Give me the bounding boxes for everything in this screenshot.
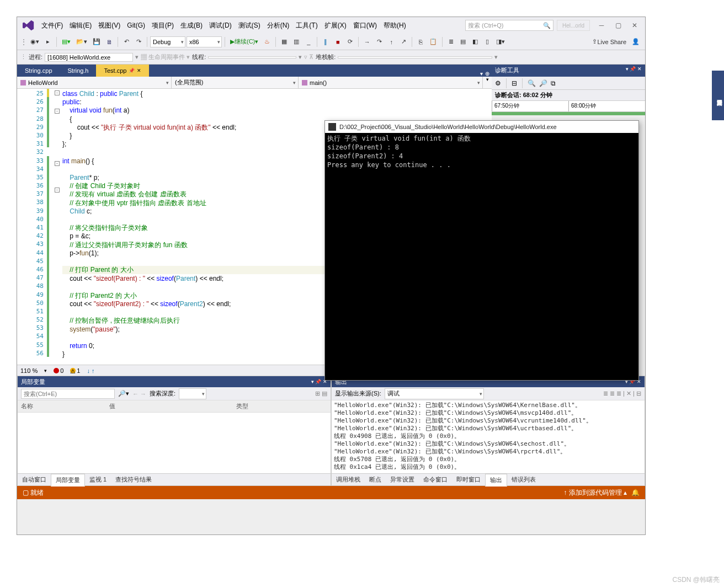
console-title-bar[interactable]: D:\002_Project\006_Visual_Studio\HelloWo… — [325, 121, 638, 133]
tb-btn-7[interactable]: ↗ — [398, 36, 409, 48]
tab-add-icon[interactable]: ⊕ — [485, 71, 489, 77]
panel-tab[interactable]: 断点 — [365, 474, 386, 485]
stackframe-label: 堆栈帧: — [316, 53, 336, 61]
tb-btn-14[interactable]: ◨▾ — [494, 36, 507, 48]
split-button[interactable]: ▾ — [483, 77, 492, 88]
close-button[interactable]: ✕ — [626, 19, 643, 31]
forward-button[interactable]: ▸ — [42, 36, 54, 48]
pin-icon[interactable]: ▾ 📌 ✕ — [626, 66, 642, 75]
gear-icon[interactable]: ⚙ — [495, 79, 501, 87]
zoom-in-icon[interactable]: 🔍 — [528, 79, 536, 87]
locals-search-input[interactable] — [21, 389, 115, 399]
menu-item[interactable]: 测试(S) — [235, 19, 264, 31]
minimize-button[interactable]: ─ — [593, 19, 610, 31]
save-button[interactable]: 💾 — [91, 36, 103, 48]
source-control-button[interactable]: ↑ 添加到源代码管理 ▴ — [563, 488, 627, 498]
menu-item[interactable]: 帮助(H) — [380, 19, 409, 31]
diagnostic-ruler: 67:50分钟 68:00分钟 — [492, 101, 645, 112]
warning-count[interactable]: ⚠1 — [70, 367, 80, 374]
tb-btn-11[interactable]: ▤ — [457, 36, 469, 48]
redo-button[interactable]: ↷ — [133, 36, 144, 48]
panel-tab[interactable]: 异常设置 — [386, 474, 419, 485]
step-over-button[interactable]: ↷ — [374, 36, 385, 48]
depth-combo[interactable] — [179, 388, 206, 399]
tab-dropdown-icon[interactable]: ▾ — [480, 71, 483, 77]
thread-combo[interactable] — [208, 56, 296, 58]
search-icon[interactable]: 🔎▾ — [118, 390, 129, 397]
panel-tab[interactable]: 输出 — [485, 474, 507, 487]
menu-item[interactable]: Git(G) — [124, 19, 148, 31]
menu-item[interactable]: 文件(F) — [38, 19, 66, 31]
vs-logo-icon — [23, 19, 35, 31]
menu-item[interactable]: 编辑(E) — [66, 19, 95, 31]
record-icon[interactable]: ⊟ — [512, 79, 517, 87]
panel-tab[interactable]: 命令窗口 — [419, 474, 452, 485]
hot-reload-button[interactable]: ♨ — [262, 36, 273, 48]
output-source-combo[interactable]: 调试 — [385, 388, 484, 399]
step-out-button[interactable]: ↑ — [386, 36, 397, 48]
tb-btn-2[interactable]: ▥ — [291, 36, 302, 48]
panel-tab[interactable]: 监视 1 — [85, 474, 111, 485]
new-file-button[interactable]: ▤▾ — [60, 36, 73, 48]
maximize-button[interactable]: ▢ — [610, 19, 626, 31]
solution-explorer-collapsed[interactable]: 解决方案资源管理器 — [712, 71, 724, 120]
notifications-icon[interactable]: 🔔 — [631, 489, 640, 496]
continue-button[interactable]: ▶ 继续(C) ▾ — [228, 36, 260, 48]
panel-tab[interactable]: 自动窗口 — [18, 474, 51, 485]
tb-btn-8[interactable]: ⎘ — [415, 36, 426, 48]
tb-btn-12[interactable]: ◧ — [470, 36, 481, 48]
account-button[interactable]: 👤 — [630, 36, 642, 48]
solution-name: Hel...orld — [557, 20, 590, 31]
menu-item[interactable]: 生成(B) — [177, 19, 206, 31]
tb-btn-1[interactable]: ▦ — [279, 36, 290, 48]
zoom-level[interactable]: 110 % — [20, 367, 38, 374]
scope-combo[interactable]: (全局范围) — [172, 77, 299, 88]
panel-tab[interactable]: 即时窗口 — [452, 474, 485, 485]
document-tab[interactable]: Test.cpp 📌 ✕ — [96, 65, 149, 77]
live-share-button[interactable]: ⇪ Live Share — [590, 36, 629, 48]
menu-item[interactable]: 分析(N) — [264, 19, 293, 31]
platform-combo[interactable]: x86 — [187, 36, 222, 47]
menu-item[interactable]: 扩展(X) — [321, 19, 350, 31]
open-button[interactable]: 📂▾ — [74, 36, 89, 48]
panel-tab[interactable]: 查找符号结果 — [111, 474, 156, 485]
function-combo[interactable]: main() — [299, 77, 483, 88]
panel-tab[interactable]: 调用堆栈 — [332, 474, 365, 485]
code-nav-bar: HelloWorld (全局范围) main() ▾ — [17, 77, 492, 89]
stackframe-combo[interactable] — [338, 56, 492, 58]
search-icon: 🔍 — [543, 22, 551, 29]
reset-icon[interactable]: ⧉ — [551, 79, 556, 87]
undo-button[interactable]: ↶ — [121, 36, 132, 48]
back-button[interactable]: ◉▾ — [28, 36, 41, 48]
panel-tab[interactable]: 错误列表 — [507, 474, 540, 485]
menu-item[interactable]: 项目(P) — [148, 19, 177, 31]
diagnostic-session-label: 诊断会话: 68:02 分钟 — [492, 90, 645, 101]
config-combo[interactable]: Debug — [150, 36, 185, 47]
document-tab[interactable]: String.h — [60, 65, 97, 77]
tb-btn-3[interactable]: _ — [303, 36, 314, 48]
menu-item[interactable]: 窗口(W) — [350, 19, 380, 31]
restart-button[interactable]: ⟳ — [344, 36, 355, 48]
tb-btn-9[interactable]: 📋 — [427, 36, 439, 48]
panel-tab[interactable]: 局部变量 — [51, 474, 85, 487]
output-text[interactable]: "HelloWorld.exe"(Win32): 已加载"C:\Windows\… — [332, 400, 645, 472]
status-ready-text: 就绪 — [30, 488, 44, 498]
process-combo[interactable]: [16088] HelloWorld.exe — [45, 53, 133, 62]
menu-item[interactable]: 视图(V) — [95, 19, 124, 31]
save-all-button[interactable]: 🗎 — [104, 36, 115, 48]
menu-item[interactable]: 工具(T) — [292, 19, 321, 31]
tb-btn-10[interactable]: ≣ — [445, 36, 456, 48]
error-count[interactable]: 0 — [54, 367, 63, 374]
stop-button[interactable]: ■ — [332, 36, 343, 48]
tb-btn-13[interactable]: ▯ — [482, 36, 493, 48]
console-window: D:\002_Project\006_Visual_Studio\HelloWo… — [324, 120, 639, 381]
project-combo[interactable]: HelloWorld — [17, 77, 172, 88]
output-panel: 输出▾ 📌 ✕ 显示输出来源(S): 调试 ≣ ≣ ≣ | ✕ | ⊟ "Hel… — [331, 376, 645, 486]
debug-toolbar: ⋮ 进程: [16088] HelloWorld.exe ▾ ▦ 生命周期事件 … — [17, 50, 645, 65]
menu-item[interactable]: 调试(D) — [206, 19, 235, 31]
quick-search-input[interactable]: 搜索 (Ctrl+Q) 🔍 — [465, 20, 553, 31]
document-tab[interactable]: String.cpp — [17, 65, 60, 77]
step-into-button[interactable]: → — [361, 36, 372, 48]
break-all-button[interactable]: ‖ — [320, 36, 331, 48]
zoom-out-icon[interactable]: 🔎 — [539, 79, 547, 87]
